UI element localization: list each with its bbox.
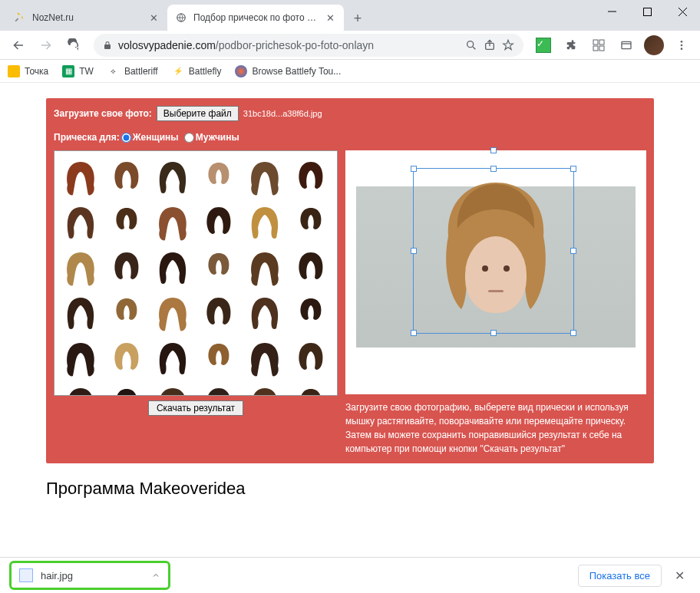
hairstyle-thumbnail[interactable] xyxy=(197,201,240,243)
close-window-button[interactable] xyxy=(665,0,700,23)
browser-toolbar: volosvypadenie.com/podbor-prichesok-po-f… xyxy=(0,31,700,60)
hairstyle-thumbnail[interactable] xyxy=(243,156,286,198)
hairstyle-thumbnail[interactable] xyxy=(151,292,194,334)
hairstyle-thumbnail[interactable] xyxy=(289,382,332,396)
uploaded-filename: 31bc18d...a38f6d.jpg xyxy=(243,109,322,118)
preview-canvas[interactable] xyxy=(345,150,646,394)
browser-tab[interactable]: Подбор причесок по фото онла ✕ xyxy=(167,5,344,31)
hairstyle-thumbnail[interactable] xyxy=(243,292,286,334)
bookmark-item[interactable]: ▦TW xyxy=(62,65,94,77)
new-tab-button[interactable]: + xyxy=(347,8,368,29)
left-panel: Скачать результат xyxy=(54,150,338,456)
hairstyle-thumbnail[interactable] xyxy=(59,337,102,379)
gender-label: Прическа для: xyxy=(54,132,120,143)
gender-male-radio[interactable] xyxy=(184,133,194,143)
hairstyle-thumbnail[interactable] xyxy=(151,156,194,198)
hairstyle-thumbnail[interactable] xyxy=(105,246,148,288)
svg-point-2 xyxy=(467,41,474,47)
hairstyle-widget: Загрузите свое фото: Выберите файл 31bc1… xyxy=(46,98,654,463)
svg-rect-6 xyxy=(593,46,598,51)
hairstyle-thumbnail[interactable] xyxy=(59,382,102,396)
extension-icon[interactable] xyxy=(586,33,611,58)
download-item[interactable]: hair.jpg xyxy=(9,561,170,590)
browser-tab[interactable]: NozNet.ru ✕ xyxy=(6,5,167,31)
hairstyle-thumbnail[interactable] xyxy=(289,292,332,334)
hairstyle-thumbnail[interactable] xyxy=(59,201,102,243)
toolbar-extensions: ✓ xyxy=(531,33,694,58)
hairstyle-thumbnail[interactable] xyxy=(151,246,194,288)
url-text: volosvypadenie.com/podbor-prichesok-po-f… xyxy=(118,39,459,51)
show-all-downloads-button[interactable]: Показать все xyxy=(578,565,662,587)
hairstyle-thumbnail[interactable] xyxy=(289,156,332,198)
hairstyle-thumbnail[interactable] xyxy=(243,246,286,288)
back-button[interactable] xyxy=(6,33,31,58)
hairstyle-thumbnail[interactable] xyxy=(105,156,148,198)
bookmark-item[interactable]: ⟡Battleriff xyxy=(107,65,158,77)
hairstyle-thumbnail[interactable] xyxy=(243,201,286,243)
tab-close-icon[interactable]: ✕ xyxy=(324,12,336,24)
hairstyle-thumbnail[interactable] xyxy=(289,337,332,379)
hairstyle-thumbnail[interactable] xyxy=(105,337,148,379)
wrench-icon xyxy=(14,12,26,24)
svg-point-11 xyxy=(681,48,683,50)
hairstyle-thumbnail[interactable] xyxy=(59,246,102,288)
page-content: Загрузите свое фото: Выберите файл 31bc1… xyxy=(0,83,700,557)
star-icon[interactable] xyxy=(502,39,514,51)
hairstyle-thumbnail[interactable] xyxy=(197,156,240,198)
tab-title: Подбор причесок по фото онла xyxy=(193,12,318,23)
hairstyle-thumbnail[interactable] xyxy=(243,382,286,396)
choose-file-button[interactable]: Выберите файл xyxy=(157,106,239,121)
share-icon[interactable] xyxy=(484,39,496,51)
hairstyle-thumbnail[interactable] xyxy=(151,337,194,379)
hairstyle-grid[interactable] xyxy=(54,150,338,396)
lock-icon xyxy=(103,40,112,51)
svg-rect-4 xyxy=(593,40,598,44)
tab-strip: NozNet.ru ✕ Подбор причесок по фото онла… xyxy=(6,5,368,31)
hairstyle-thumbnail[interactable] xyxy=(197,246,240,288)
reload-button[interactable] xyxy=(61,33,86,58)
hairstyle-thumbnail[interactable] xyxy=(151,201,194,243)
bookmark-item[interactable]: Точка xyxy=(8,65,48,77)
svg-rect-1 xyxy=(643,8,651,15)
svg-point-10 xyxy=(681,44,683,46)
hairstyle-thumbnail[interactable] xyxy=(151,382,194,396)
file-icon xyxy=(19,568,33,582)
hairstyle-thumbnail[interactable] xyxy=(289,201,332,243)
hairstyle-thumbnail[interactable] xyxy=(197,292,240,334)
bookmark-item[interactable]: Browse Battlefy Tou... xyxy=(235,65,341,77)
menu-icon[interactable] xyxy=(669,33,694,58)
minimize-button[interactable] xyxy=(594,0,629,23)
gender-female-radio[interactable] xyxy=(121,133,131,143)
hairstyle-thumbnail[interactable] xyxy=(197,337,240,379)
hairstyle-thumbnail[interactable] xyxy=(197,382,240,396)
gender-male-label: Мужчины xyxy=(196,132,239,143)
extension-icon[interactable] xyxy=(559,33,583,58)
maximize-button[interactable] xyxy=(629,0,665,23)
extension-check-icon[interactable]: ✓ xyxy=(531,33,556,58)
search-in-page-icon[interactable] xyxy=(465,39,477,51)
profile-avatar[interactable] xyxy=(642,33,666,58)
close-shelf-button[interactable]: ✕ xyxy=(668,564,691,587)
extension-icon[interactable] xyxy=(614,33,639,58)
tab-close-icon[interactable]: ✕ xyxy=(147,12,160,24)
download-filename: hair.jpg xyxy=(41,570,73,581)
hairstyle-thumbnail[interactable] xyxy=(105,201,148,243)
hairstyle-thumbnail[interactable] xyxy=(59,292,102,334)
hairstyle-thumbnail[interactable] xyxy=(289,246,332,288)
hairstyle-thumbnail[interactable] xyxy=(243,337,286,379)
svg-rect-5 xyxy=(599,40,604,44)
forward-button[interactable] xyxy=(34,33,58,58)
window-controls xyxy=(594,0,700,23)
section-title: Программа Makeoveridea xyxy=(46,479,654,499)
bookmark-item[interactable]: ⚡Battlefly xyxy=(172,65,222,77)
hairstyle-thumbnail[interactable] xyxy=(59,156,102,198)
right-panel: Загрузите свою фотографию, выберете вид … xyxy=(345,150,646,456)
upload-label: Загрузите свое фото: xyxy=(54,108,152,119)
download-result-button[interactable]: Скачать результат xyxy=(148,400,243,416)
address-bar[interactable]: volosvypadenie.com/podbor-prichesok-po-f… xyxy=(94,34,523,57)
chevron-up-icon[interactable] xyxy=(151,571,160,580)
hairstyle-thumbnail[interactable] xyxy=(105,292,148,334)
download-shelf: hair.jpg Показать все ✕ xyxy=(0,557,700,593)
selection-box[interactable] xyxy=(413,168,574,334)
hairstyle-thumbnail[interactable] xyxy=(105,382,148,396)
